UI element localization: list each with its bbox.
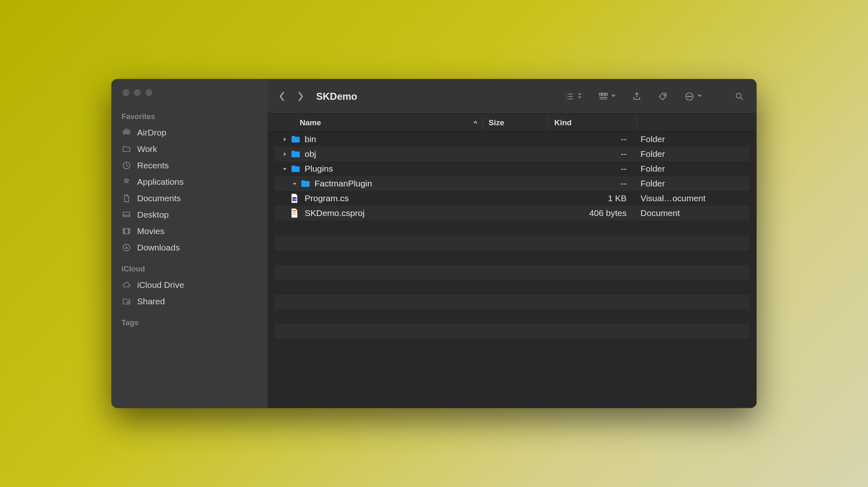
sidebar-section-label: iCloud bbox=[122, 265, 268, 273]
shared-icon bbox=[122, 296, 131, 306]
empty-row bbox=[274, 324, 750, 339]
empty-row bbox=[274, 294, 750, 309]
file-size: 406 bytes bbox=[569, 208, 635, 218]
sidebar-item-label: Recents bbox=[137, 161, 169, 170]
cloud-icon bbox=[122, 280, 131, 290]
svg-rect-7 bbox=[602, 93, 604, 95]
chevron-down-icon bbox=[697, 92, 702, 101]
svg-text:C#: C# bbox=[293, 198, 296, 201]
file-name: Plugins bbox=[305, 164, 333, 174]
apps-icon bbox=[122, 177, 131, 187]
desktop-icon bbox=[122, 210, 131, 220]
disclosure-closed-icon[interactable] bbox=[281, 152, 288, 156]
chevron-down-icon bbox=[611, 92, 616, 101]
more-button[interactable] bbox=[684, 92, 702, 101]
svg-rect-18 bbox=[292, 214, 296, 215]
sidebar-item-desktop[interactable]: Desktop bbox=[122, 207, 268, 223]
svg-rect-8 bbox=[605, 93, 607, 95]
forward-button[interactable] bbox=[295, 88, 306, 105]
file-size: -- bbox=[569, 179, 635, 188]
empty-row bbox=[274, 250, 750, 265]
file-size: -- bbox=[569, 134, 635, 144]
disclosure-closed-icon[interactable] bbox=[281, 137, 288, 142]
svg-rect-2 bbox=[123, 212, 130, 217]
folder-icon bbox=[291, 135, 301, 143]
sort-ascending-icon bbox=[473, 118, 478, 127]
sidebar-item-recents[interactable]: Recents bbox=[122, 157, 268, 174]
column-name[interactable]: Name bbox=[268, 117, 483, 129]
file-name: bin bbox=[305, 134, 316, 144]
group-button[interactable] bbox=[598, 92, 616, 101]
minimize-button[interactable] bbox=[134, 89, 141, 96]
download-icon bbox=[122, 243, 131, 253]
column-size[interactable]: Size bbox=[483, 117, 549, 129]
file-size: 1 KB bbox=[569, 193, 635, 203]
sidebar-item-label: Movies bbox=[137, 226, 165, 236]
csharp-file-icon: C# bbox=[291, 194, 301, 202]
xml-file-icon bbox=[291, 209, 301, 217]
file-kind: Folder bbox=[635, 164, 750, 174]
window-title: SKDemo bbox=[316, 91, 357, 102]
sidebar-item-label: AirDrop bbox=[137, 128, 166, 138]
column-label: Kind bbox=[554, 118, 572, 127]
table-header: Name Size Kind bbox=[268, 114, 756, 132]
file-name: Program.cs bbox=[305, 193, 349, 203]
sidebar-item-label: Work bbox=[137, 144, 157, 154]
empty-row bbox=[274, 221, 750, 235]
sidebar-item-downloads[interactable]: Downloads bbox=[122, 239, 268, 256]
sidebar-section-label: Favorites bbox=[122, 113, 268, 121]
svg-point-5 bbox=[127, 301, 129, 303]
back-button[interactable] bbox=[276, 88, 287, 105]
chevron-updown-icon bbox=[577, 92, 582, 101]
empty-row bbox=[274, 309, 750, 324]
file-name: obj bbox=[305, 149, 316, 159]
folder-icon bbox=[291, 150, 301, 158]
file-size: -- bbox=[569, 149, 635, 159]
tags-button[interactable] bbox=[658, 92, 668, 101]
sidebar-item-movies[interactable]: Movies bbox=[122, 223, 268, 239]
sidebar-item-shared[interactable]: Shared bbox=[122, 293, 268, 310]
view-list-button[interactable] bbox=[564, 92, 582, 101]
sidebar-item-label: Documents bbox=[137, 193, 181, 203]
disclosure-open-icon[interactable] bbox=[281, 167, 288, 171]
sidebar-item-label: Applications bbox=[137, 177, 184, 187]
sidebar-item-documents[interactable]: Documents bbox=[122, 190, 268, 207]
main-pane: SKDemo bbox=[268, 79, 756, 408]
column-label: Size bbox=[489, 118, 504, 127]
sidebar-item-label: Downloads bbox=[137, 243, 180, 253]
file-row[interactable]: C#Program.cs1 KBVisual…ocument bbox=[274, 191, 750, 206]
clock-icon bbox=[122, 161, 131, 170]
file-row[interactable]: SKDemo.csproj406 bytesDocument bbox=[274, 206, 750, 221]
file-size: -- bbox=[569, 164, 635, 174]
sidebar-item-applications[interactable]: Applications bbox=[122, 174, 268, 190]
file-kind: Folder bbox=[635, 134, 750, 144]
empty-row bbox=[274, 235, 750, 250]
finder-window: Favorites AirDrop Work Recents Applicati… bbox=[112, 79, 756, 408]
disclosure-open-icon[interactable] bbox=[291, 181, 298, 186]
zoom-button[interactable] bbox=[145, 89, 152, 96]
sidebar-item-work[interactable]: Work bbox=[122, 141, 268, 157]
sidebar-item-airdrop[interactable]: AirDrop bbox=[122, 124, 268, 141]
svg-rect-6 bbox=[599, 93, 602, 95]
file-row[interactable]: FactmanPlugin--Folder bbox=[274, 176, 750, 191]
share-button[interactable] bbox=[631, 92, 642, 101]
traffic-lights bbox=[122, 89, 268, 96]
search-button[interactable] bbox=[734, 92, 745, 101]
sidebar: Favorites AirDrop Work Recents Applicati… bbox=[112, 79, 268, 408]
close-button[interactable] bbox=[122, 89, 129, 96]
file-list[interactable]: bin--Folderobj--FolderPlugins--FolderFac… bbox=[268, 132, 756, 408]
column-kind[interactable]: Kind bbox=[549, 117, 637, 129]
file-row[interactable]: Plugins--Folder bbox=[274, 161, 750, 176]
file-name: SKDemo.csproj bbox=[305, 208, 365, 218]
file-kind: Visual…ocument bbox=[635, 193, 750, 203]
svg-point-11 bbox=[687, 96, 688, 97]
svg-point-13 bbox=[691, 96, 691, 97]
svg-rect-17 bbox=[292, 212, 296, 213]
toolbar: SKDemo bbox=[268, 79, 756, 114]
sidebar-item-label: Desktop bbox=[137, 210, 169, 220]
file-row[interactable]: bin--Folder bbox=[274, 132, 750, 147]
file-row[interactable]: obj--Folder bbox=[274, 147, 750, 161]
folder-icon bbox=[122, 144, 131, 154]
svg-point-12 bbox=[689, 96, 690, 97]
sidebar-item-icloud-drive[interactable]: iCloud Drive bbox=[122, 277, 268, 293]
